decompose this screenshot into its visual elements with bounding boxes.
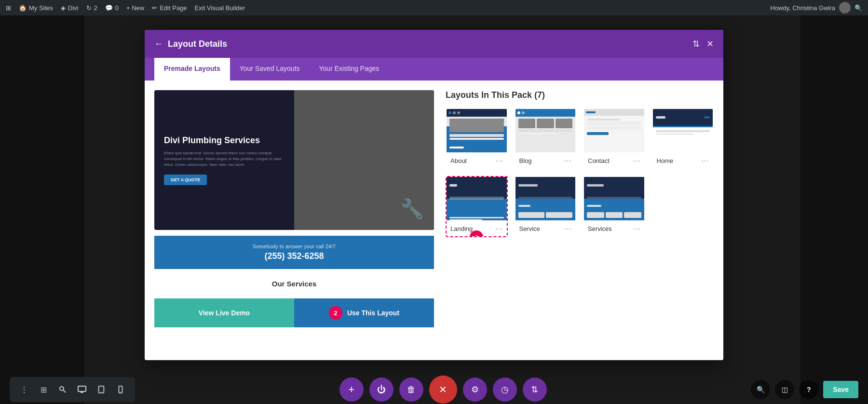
admin-bar: ⊞ 🏠 My Sites ◈ Divi ↻ 2 💬 0 + New ✏ Edit…	[0, 0, 868, 15]
layers-button[interactable]: ◫	[775, 380, 794, 399]
divi-icon: ◈	[61, 4, 66, 12]
updates-link[interactable]: ↻ 2	[86, 4, 97, 12]
layout-menu-about[interactable]: ⋯	[495, 156, 503, 165]
back-button[interactable]: ←	[154, 39, 163, 49]
layout-thumb-blog	[515, 109, 576, 152]
wp-logo[interactable]: ⊞	[6, 4, 11, 12]
options-button[interactable]: ⋮	[15, 381, 33, 398]
search-icon-admin[interactable]: 🔍	[854, 4, 862, 12]
mobile-view-button[interactable]	[112, 381, 129, 398]
layout-card-home[interactable]: Home ⋯	[652, 108, 714, 169]
layout-card-footer-blog: Blog ⋯	[515, 152, 576, 168]
layouts-section-title: Layouts In This Pack (7)	[446, 90, 714, 100]
layout-name-about: About	[450, 157, 467, 164]
layout-thumb-home	[653, 109, 713, 152]
tab-premade-layouts[interactable]: Premade Layouts	[154, 58, 230, 81]
trash-button[interactable]: 🗑	[399, 377, 423, 402]
layout-menu-services[interactable]: ⋯	[633, 224, 640, 233]
layout-card-service[interactable]: Service ⋯	[515, 176, 577, 237]
layout-name-service: Service	[519, 225, 540, 232]
modal-title: Layout Details	[168, 39, 227, 49]
svg-point-8	[120, 391, 121, 392]
add-module-button[interactable]: +	[339, 377, 364, 402]
preview-panel: Divi Plumbing Services Etiam quis bandit…	[154, 90, 434, 350]
svg-point-6	[101, 391, 101, 392]
modal-header-left: ← Layout Details	[154, 39, 227, 49]
bottom-toolbar: ⋮ ⊞ +	[0, 375, 868, 404]
layout-name-contact: Contact	[588, 157, 610, 164]
grid-button[interactable]: ⊞	[35, 381, 52, 398]
bottom-left-tools: ⋮ ⊞	[10, 377, 135, 402]
modal-header-icons: ⇅ ✕	[692, 39, 714, 49]
help-button[interactable]: ?	[799, 380, 818, 399]
layout-card-footer-about: About ⋯	[447, 152, 507, 168]
svg-point-0	[60, 387, 64, 391]
layout-card-footer-service: Service ⋯	[515, 220, 576, 236]
view-demo-button[interactable]: View Live Demo	[154, 298, 294, 327]
desktop-view-button[interactable]	[73, 381, 91, 398]
svg-rect-2	[78, 386, 86, 391]
svg-line-1	[64, 391, 66, 393]
layout-menu-contact[interactable]: ⋯	[633, 156, 640, 165]
edit-icon: ✏	[152, 4, 157, 12]
layout-card-landing[interactable]: Landing ⋯ 1	[446, 176, 508, 237]
layouts-panel: Layouts In This Pack (7)	[434, 90, 714, 350]
sort-modal-icon[interactable]: ⇅	[692, 39, 700, 49]
layout-name-home: Home	[657, 157, 674, 164]
use-layout-badge: 2	[329, 306, 342, 320]
settings-button[interactable]: ⚙	[463, 377, 487, 402]
exit-builder-link[interactable]: Exit Visual Builder	[195, 4, 245, 12]
layout-name-blog: Blog	[519, 157, 532, 164]
edit-page-link[interactable]: ✏ Edit Page	[152, 4, 187, 12]
modal-overlay: ← Layout Details ⇅ ✕ Premade Layouts You…	[0, 15, 868, 404]
comments-icon: 💬	[105, 4, 113, 12]
my-sites-link[interactable]: 🏠 My Sites	[19, 4, 53, 12]
desktop-icon-svg	[78, 386, 86, 393]
layouts-grid: About ⋯	[446, 108, 714, 237]
bottom-center-tools: + ⏻ 🗑 ✕ ⚙ ◷ ⇅	[339, 376, 547, 404]
power-button[interactable]: ⏻	[369, 377, 393, 402]
tab-bar: Premade Layouts Your Saved Layouts Your …	[145, 58, 723, 81]
tablet-view-button[interactable]	[93, 381, 110, 398]
layout-card-about[interactable]: About ⋯	[446, 108, 508, 169]
preview-phone-label: Somebody to answer your call 24/7	[164, 243, 424, 249]
admin-bar-right: Howdy, Christina Gwira 🔍	[770, 2, 862, 13]
preview-hero-title: Divi Plumbing Services	[164, 135, 285, 146]
layout-menu-landing[interactable]: ⋯	[495, 224, 503, 233]
divi-link[interactable]: ◈ Divi	[61, 4, 79, 12]
preview-phone-number: (255) 352-6258	[164, 251, 424, 261]
updates-icon: ↻	[86, 4, 92, 12]
tab-existing-pages[interactable]: Your Existing Pages	[310, 58, 389, 81]
layout-name-landing: Landing	[450, 225, 473, 232]
tab-saved-layouts[interactable]: Your Saved Layouts	[230, 58, 310, 81]
layout-card-contact[interactable]: Contact ⋯	[583, 108, 645, 169]
layout-menu-home[interactable]: ⋯	[701, 156, 709, 165]
sort-layout-button[interactable]: ⇅	[523, 377, 547, 402]
new-button[interactable]: + New	[126, 4, 144, 12]
layout-name-services: Services	[588, 225, 612, 232]
modal-body: Divi Plumbing Services Etiam quis bandit…	[145, 81, 723, 360]
layout-card-footer-services: Services ⋯	[584, 220, 644, 236]
mobile-icon-svg	[118, 386, 123, 393]
comments-link[interactable]: 💬 0	[105, 4, 119, 12]
close-modal-button[interactable]: ✕	[706, 39, 714, 49]
layout-menu-blog[interactable]: ⋯	[564, 156, 571, 165]
user-avatar	[839, 2, 851, 13]
save-button[interactable]: Save	[823, 381, 858, 398]
modal-header: ← Layout Details ⇅ ✕	[145, 30, 723, 58]
preview-cta-btn[interactable]: GET A QUOTE	[164, 175, 207, 185]
close-builder-button[interactable]: ✕	[429, 376, 457, 404]
search-builder-button[interactable]	[54, 381, 71, 398]
history-button[interactable]: ◷	[493, 377, 517, 402]
wp-icon: ⊞	[6, 4, 11, 12]
search-icon-svg	[59, 386, 67, 393]
layout-menu-service[interactable]: ⋯	[564, 224, 571, 233]
layout-card-footer-home: Home ⋯	[653, 152, 713, 168]
search-right-button[interactable]: 🔍	[751, 380, 770, 399]
use-layout-button[interactable]: 2 Use This Layout	[294, 298, 434, 327]
layout-card-services[interactable]: Services ⋯	[583, 176, 645, 237]
my-sites-icon: 🏠	[19, 4, 27, 12]
bottom-right-tools: 🔍 ◫ ? Save	[751, 380, 858, 399]
layout-card-blog[interactable]: Blog ⋯	[515, 108, 577, 169]
layout-details-modal: ← Layout Details ⇅ ✕ Premade Layouts You…	[145, 30, 723, 360]
